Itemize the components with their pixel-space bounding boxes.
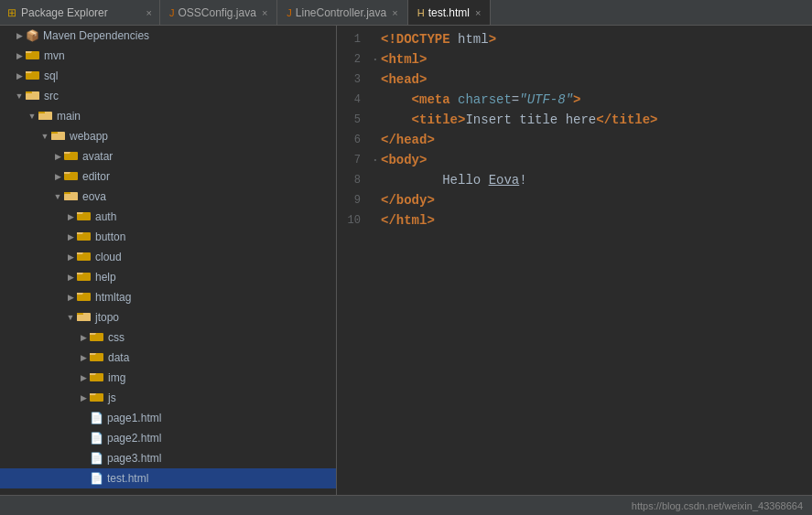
- code-line-5: 5 <title>Insert title here</title>: [337, 110, 812, 130]
- line-content-6[interactable]: </head>: [381, 130, 812, 150]
- folder-open-icon-src: [26, 89, 40, 103]
- editor-tab-linecontroller[interactable]: JLineController.java×: [277, 0, 407, 25]
- tree-item-webapp[interactable]: ▼ webapp: [0, 126, 336, 146]
- package-explorer-close[interactable]: ×: [146, 7, 152, 18]
- java-file-icon: J: [169, 7, 175, 18]
- tree-label-help: help: [95, 271, 336, 284]
- line-content-10[interactable]: </html>: [381, 210, 812, 231]
- folder-closed-icon-editor: [64, 169, 79, 184]
- tree-label-sql: sql: [44, 70, 336, 82]
- tree-item-img[interactable]: ▶ img: [0, 368, 336, 388]
- folder-closed-icon-auth: [77, 209, 92, 224]
- line-number-10: 10: [337, 210, 370, 231]
- tree-arrow-main: ▼: [26, 112, 38, 121]
- tree-item-maven[interactable]: ▶📦Maven Dependencies: [0, 26, 336, 46]
- folder-closed-icon-data: [90, 350, 104, 365]
- package-explorer-icon: ⊞: [7, 6, 16, 19]
- line-content-1[interactable]: <!DOCTYPE html>: [381, 29, 812, 49]
- tree-label-mvn: mvn: [44, 49, 336, 62]
- tree-item-main[interactable]: ▼ main: [0, 106, 336, 126]
- line-content-8[interactable]: Hello Eova!: [381, 170, 812, 190]
- tree-label-page2: page2.html: [107, 432, 336, 445]
- tree-label-js: js: [108, 392, 336, 404]
- tree-arrow-data: ▶: [77, 353, 90, 362]
- package-explorer-tab[interactable]: ⊞ Package Explorer ×: [0, 0, 160, 25]
- tab-close-ossconfig[interactable]: ×: [262, 7, 267, 18]
- tree-label-auth: auth: [95, 210, 336, 223]
- folder-open-icon-main: [38, 109, 53, 123]
- code-editor-panel: 1<!DOCTYPE html>2•<html>3<head>4 <meta c…: [337, 26, 812, 495]
- folder-closed-icon-img: [90, 370, 104, 385]
- tree-item-avatar[interactable]: ▶ avatar: [0, 146, 336, 166]
- tree-label-page1: page1.html: [107, 412, 336, 424]
- line-content-3[interactable]: <head>: [381, 70, 812, 90]
- tree-item-htmltag[interactable]: ▶ htmltag: [0, 287, 336, 307]
- tab-close-linecontroller[interactable]: ×: [392, 7, 397, 18]
- tree-label-page3: page3.html: [107, 452, 336, 465]
- tab-label-ossconfig: OSSConfig.java: [179, 6, 256, 19]
- folder-open-icon-eova: [64, 189, 79, 204]
- tree-arrow-help: ▶: [64, 273, 77, 282]
- line-content-4[interactable]: <meta charset="UTF-8">: [381, 90, 812, 110]
- tree-item-testhtml[interactable]: 📄test.html: [0, 468, 336, 488]
- line-content-9[interactable]: </body>: [381, 190, 812, 210]
- code-line-7: 7•<body>: [337, 150, 812, 170]
- tree-item-eova[interactable]: ▼ eova: [0, 187, 336, 207]
- tree-item-help[interactable]: ▶ help: [0, 267, 336, 287]
- main-area: ▶📦Maven Dependencies▶ mvn▶ sql▼ src▼ mai…: [0, 26, 812, 495]
- code-line-6: 6</head>: [337, 130, 812, 150]
- tab-label-testhtml: test.html: [428, 6, 470, 19]
- code-line-8: 8 Hello Eova!: [337, 170, 812, 190]
- tree-arrow-src: ▼: [13, 91, 26, 101]
- tree-item-cloud[interactable]: ▶ cloud: [0, 247, 336, 267]
- tree-item-page3[interactable]: 📄page3.html: [0, 448, 336, 468]
- tree-item-page2[interactable]: 📄page2.html: [0, 428, 336, 448]
- line-content-5[interactable]: <title>Insert title here</title>: [381, 110, 812, 130]
- tree-arrow-js: ▶: [77, 393, 90, 402]
- tree-arrow-button: ▶: [64, 232, 77, 241]
- line-content-2[interactable]: <html>: [381, 49, 812, 70]
- line-number-4: 4: [337, 90, 370, 110]
- tree-item-button[interactable]: ▶ button: [0, 227, 336, 247]
- code-line-3: 3<head>: [337, 70, 812, 90]
- tree-arrow-maven: ▶: [13, 31, 26, 40]
- tree-arrow-eova: ▼: [51, 192, 64, 201]
- code-area[interactable]: 1<!DOCTYPE html>2•<html>3<head>4 <meta c…: [337, 26, 812, 495]
- tree-arrow-avatar: ▶: [51, 152, 64, 161]
- tree-item-js[interactable]: ▶ js: [0, 388, 336, 408]
- tree-item-jtopo[interactable]: ▼ jtopo: [0, 307, 336, 327]
- editor-tab-ossconfig[interactable]: JOSSConfig.java×: [160, 0, 277, 25]
- tab-close-testhtml[interactable]: ×: [475, 7, 481, 18]
- line-content-7[interactable]: <body>: [381, 150, 812, 170]
- folder-closed-icon-htmltag: [77, 290, 92, 305]
- folder-open-icon-jtopo: [77, 310, 92, 325]
- code-line-9: 9</body>: [337, 190, 812, 210]
- tree-item-editor[interactable]: ▶ editor: [0, 166, 336, 187]
- html-file-icon-testhtml: 📄: [90, 472, 103, 485]
- tree-arrow-img: ▶: [77, 373, 90, 382]
- folder-closed-icon-cloud: [77, 250, 92, 264]
- line-number-9: 9: [337, 190, 370, 210]
- tree-label-jtopo: jtopo: [95, 311, 336, 324]
- folder-closed-icon-avatar: [64, 149, 79, 164]
- tree-label-editor: editor: [82, 170, 336, 183]
- tree-label-button: button: [95, 231, 336, 243]
- tree-item-page1[interactable]: 📄page1.html: [0, 408, 336, 428]
- tree-item-auth[interactable]: ▶ auth: [0, 207, 336, 227]
- tree-item-css[interactable]: ▶ css: [0, 327, 336, 348]
- tree-label-maven: Maven Dependencies: [43, 29, 336, 42]
- folder-closed-icon-js: [90, 391, 104, 405]
- tree-label-css: css: [108, 331, 336, 344]
- svg-rect-12: [51, 134, 65, 140]
- tree-arrow-auth: ▶: [64, 212, 77, 221]
- editor-tab-testhtml[interactable]: Htest.html×: [408, 0, 492, 25]
- line-number-5: 5: [337, 110, 370, 130]
- tree-arrow-webapp: ▼: [38, 132, 51, 141]
- tree-item-sql[interactable]: ▶ sql: [0, 66, 336, 86]
- tree-label-webapp: webapp: [70, 130, 336, 143]
- tree-label-data: data: [108, 351, 336, 364]
- tree-arrow-jtopo: ▼: [64, 313, 77, 322]
- tree-item-src[interactable]: ▼ src: [0, 86, 336, 106]
- tree-item-data[interactable]: ▶ data: [0, 348, 336, 368]
- tree-item-mvn[interactable]: ▶ mvn: [0, 46, 336, 66]
